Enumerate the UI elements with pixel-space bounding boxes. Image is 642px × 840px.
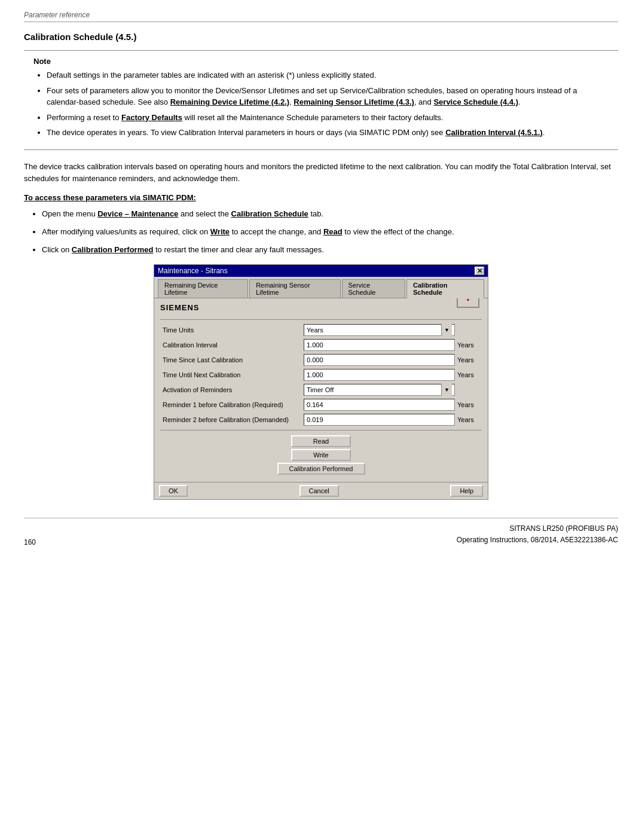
- label-time-until-next: Time Until Next Calibration: [160, 371, 304, 378]
- read-button[interactable]: Read: [291, 435, 351, 447]
- ref-remaining-device: Remaining Device Lifetime (4.2.): [170, 97, 289, 106]
- bold-write: Write: [210, 227, 230, 236]
- siemens-logo: SIEMENS: [160, 303, 200, 312]
- note-item-2: Four sets of parameters allow you to mon…: [47, 85, 609, 108]
- unit-reminder1: Years: [455, 401, 482, 408]
- note-box: Note Default settings in the parameter t…: [24, 50, 618, 150]
- unit-reminder2: Years: [455, 416, 482, 423]
- ref-factory-defaults: Factory Defaults: [121, 113, 182, 122]
- row-calibration-interval: Calibration Interval 1.000 Years: [160, 338, 482, 352]
- window-body: SIEMENS ! Time Units Years ▼ Calibration…: [154, 298, 488, 482]
- cancel-button[interactable]: Cancel: [299, 485, 339, 497]
- window-footer: OK Cancel Help: [154, 482, 488, 499]
- tab-service-schedule[interactable]: Service Schedule: [342, 279, 406, 298]
- label-time-units: Time Units: [160, 326, 304, 334]
- select-arrow-time-units[interactable]: ▼: [441, 324, 452, 336]
- label-reminder1: Reminder 1 before Calibration (Required): [160, 401, 304, 408]
- window-title: Maintenance - Sitrans: [158, 267, 228, 275]
- input-time-since-last[interactable]: 0.000: [304, 354, 455, 366]
- write-button[interactable]: Write: [291, 449, 351, 461]
- page-header: Parameter reference: [24, 11, 618, 22]
- section-title: Calibration Schedule (4.5.): [24, 32, 618, 42]
- row-activation-reminders: Activation of Reminders Timer Off ▼: [160, 383, 482, 396]
- ref-remaining-sensor: Remaining Sensor Lifetime (4.3.): [294, 97, 414, 106]
- form-separator-top: [160, 319, 482, 320]
- unit-calibration-interval: Years: [455, 341, 482, 349]
- note-item-1: Default settings in the parameter tables…: [47, 69, 609, 81]
- bullet-list: Open the menu Device – Maintenance and s…: [24, 208, 618, 256]
- window-tabs: Remaining Device Lifetime Remaining Sens…: [154, 277, 488, 298]
- page-footer: 160 SITRANS LR250 (PROFIBUS PA) Operatin…: [24, 518, 618, 546]
- footer-doc-info: Operating Instructions, 08/2014, A5E3222…: [457, 534, 618, 546]
- label-reminder2: Reminder 2 before Calibration (Demanded): [160, 416, 304, 423]
- note-item-3: Performing a reset to Factory Defaults w…: [47, 112, 609, 124]
- note-item-4: The device operates in years. To view Ca…: [47, 127, 609, 139]
- label-time-since-last: Time Since Last Calibration: [160, 356, 304, 364]
- input-reminder1[interactable]: 0.164: [304, 399, 455, 411]
- tab-remaining-device-lifetime[interactable]: Remaining Device Lifetime: [158, 279, 248, 298]
- access-heading: To access these parameters via SIMATIC P…: [24, 193, 618, 202]
- row-reminder1: Reminder 1 before Calibration (Required)…: [160, 398, 482, 411]
- tab-calibration-schedule[interactable]: Calibration Schedule: [406, 279, 484, 298]
- input-time-until-next[interactable]: 1.000: [304, 369, 455, 381]
- label-calibration-interval: Calibration Interval: [160, 341, 304, 349]
- tab-remaining-sensor-lifetime[interactable]: Remaining Sensor Lifetime: [249, 279, 340, 298]
- label-activation-reminders: Activation of Reminders: [160, 386, 304, 393]
- maintenance-window: Maintenance - Sitrans ✕ Remaining Device…: [154, 264, 488, 500]
- note-list: Default settings in the parameter tables…: [33, 69, 609, 139]
- footer-product: SITRANS LR250 (PROFIBUS PA): [457, 523, 618, 534]
- window-close-button[interactable]: ✕: [475, 267, 484, 275]
- row-reminder2: Reminder 2 before Calibration (Demanded)…: [160, 413, 482, 426]
- bold-calibration-schedule-tab: Calibration Schedule: [231, 209, 308, 218]
- bold-device-maintenance: Device – Maintenance: [97, 209, 178, 218]
- footer-page-number: 160: [24, 538, 36, 546]
- help-button[interactable]: Help: [450, 485, 483, 497]
- form-separator-mid: [160, 430, 482, 430]
- form-actions: Read Write Calibration Performed: [160, 435, 482, 475]
- bold-read: Read: [323, 227, 343, 236]
- row-time-until-next: Time Until Next Calibration 1.000 Years: [160, 368, 482, 381]
- input-activation-reminders[interactable]: Timer Off ▼: [304, 384, 455, 396]
- footer-right: SITRANS LR250 (PROFIBUS PA) Operating In…: [457, 523, 618, 546]
- ok-button[interactable]: OK: [159, 485, 188, 497]
- input-reminder2[interactable]: 0.019: [304, 414, 455, 426]
- select-arrow-reminders[interactable]: ▼: [441, 384, 452, 396]
- ref-service-schedule: Service Schedule (4.4.): [433, 97, 518, 106]
- unit-time-until-next: Years: [455, 371, 482, 378]
- body-text: The device tracks calibration intervals …: [24, 161, 618, 185]
- window-titlebar: Maintenance - Sitrans ✕: [154, 265, 488, 277]
- input-calibration-interval[interactable]: 1.000: [304, 339, 455, 351]
- input-time-units[interactable]: Years ▼: [304, 324, 455, 336]
- row-time-units: Time Units Years ▼: [160, 323, 482, 337]
- bullet-3: Click on Calibration Performed to restar…: [42, 244, 618, 256]
- bold-calibration-performed: Calibration Performed: [72, 245, 154, 254]
- bullet-1: Open the menu Device – Maintenance and s…: [42, 208, 618, 220]
- bullet-2: After modifying values/units as required…: [42, 226, 618, 238]
- calibration-performed-button[interactable]: Calibration Performed: [277, 463, 365, 475]
- unit-time-since-last: Years: [455, 356, 482, 364]
- ref-calibration-interval: Calibration Interval (4.5.1.): [445, 128, 543, 137]
- row-time-since-last: Time Since Last Calibration 0.000 Years: [160, 353, 482, 366]
- note-title: Note: [33, 57, 609, 66]
- header-text: Parameter reference: [24, 11, 90, 19]
